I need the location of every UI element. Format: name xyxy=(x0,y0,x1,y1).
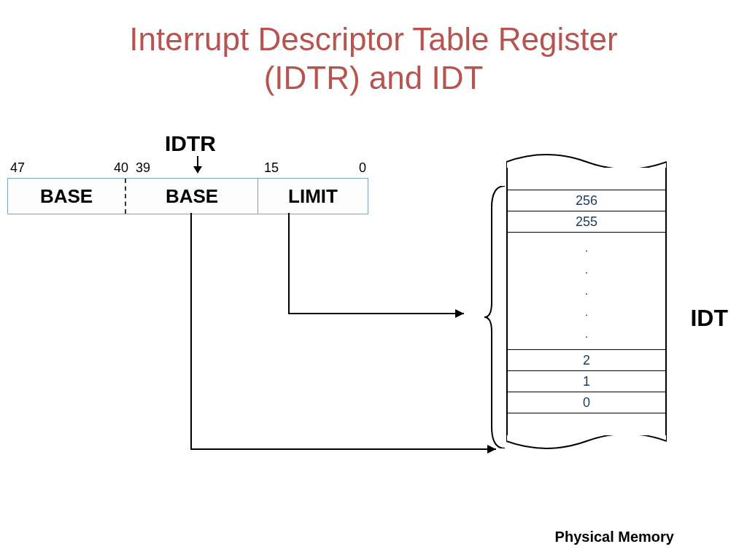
idt-entry-256: 256 xyxy=(508,190,665,211)
memory-wave-top-icon xyxy=(506,146,667,168)
dot-icon: . xyxy=(585,264,588,276)
idt-entry-0: 0 xyxy=(508,392,665,413)
idt-entry-1: 1 xyxy=(508,370,665,392)
dot-icon: . xyxy=(585,328,588,340)
dot-icon: . xyxy=(585,285,588,297)
register-base-low: BASE xyxy=(126,179,258,214)
memory-gap-top xyxy=(508,168,665,190)
idt-memory-column: 256 255 . . . . . 2 1 0 xyxy=(506,146,667,457)
title-line1: Interrupt Descriptor Table Register xyxy=(129,21,617,57)
register-limit: LIMIT xyxy=(258,179,368,214)
idt-entry-255: 255 xyxy=(508,211,665,232)
dot-icon: . xyxy=(585,306,588,318)
memory-wave-bottom-icon xyxy=(506,435,667,457)
svg-marker-1 xyxy=(455,309,464,318)
idt-ellipsis: . . . . . xyxy=(508,232,665,349)
idtr-label: IDTR xyxy=(165,131,216,156)
memory-body: 256 255 . . . . . 2 1 0 xyxy=(506,168,667,435)
brace-icon xyxy=(484,186,506,448)
title-line2: (IDTR) and IDT xyxy=(264,60,484,96)
register-base-high: BASE xyxy=(8,179,126,214)
page-title: Interrupt Descriptor Table Register (IDT… xyxy=(0,20,747,98)
bit-label-0: 0 xyxy=(359,160,366,176)
bit-label-47: 47 xyxy=(10,160,25,176)
idt-entry-2: 2 xyxy=(508,349,665,370)
memory-gap-bottom xyxy=(508,413,665,435)
bit-label-40: 40 xyxy=(114,160,128,176)
idt-label: IDT xyxy=(690,305,728,332)
physical-memory-label: Physical Memory xyxy=(555,529,674,545)
bit-label-15: 15 xyxy=(264,160,279,176)
bit-label-39: 39 xyxy=(136,160,150,176)
idtr-arrow-icon xyxy=(197,156,198,172)
dot-icon: . xyxy=(585,242,588,254)
diagram-area: IDTR 47 40 39 15 0 BASE BASE LIMIT 256 xyxy=(0,131,747,540)
idtr-register: BASE BASE LIMIT xyxy=(7,178,368,214)
